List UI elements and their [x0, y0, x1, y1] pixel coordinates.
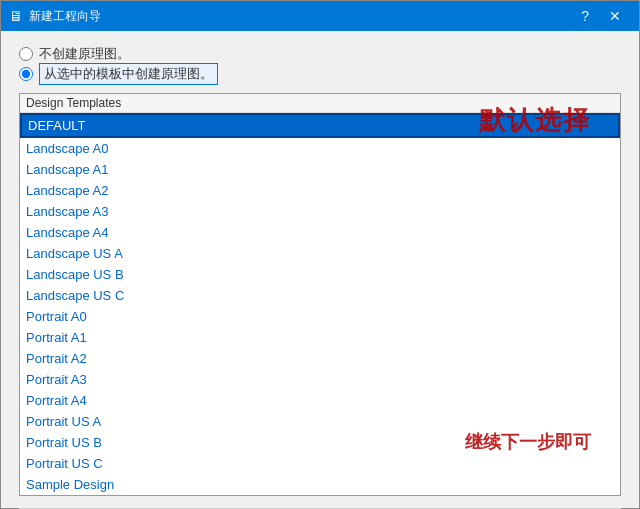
list-item-portrait-a3[interactable]: Portrait A3 — [20, 369, 620, 390]
radio-from-template[interactable]: 从选中的模板中创建原理图。 — [19, 63, 621, 85]
close-button[interactable]: ✕ — [599, 8, 631, 24]
list-item-portrait-us-b[interactable]: Portrait US B — [20, 432, 620, 453]
list-item-landscape-us-b[interactable]: Landscape US B — [20, 264, 620, 285]
list-item-landscape-us-c[interactable]: Landscape US C — [20, 285, 620, 306]
list-group-label: Design Templates — [20, 94, 620, 113]
list-item-landscape-a4[interactable]: Landscape A4 — [20, 222, 620, 243]
radio-group: 不创建原理图。 从选中的模板中创建原理图。 — [19, 45, 621, 85]
radio-no-schematic[interactable]: 不创建原理图。 — [19, 45, 621, 63]
list-item-landscape-a2[interactable]: Landscape A2 — [20, 180, 620, 201]
window-title: 新建工程向导 — [29, 8, 101, 25]
list-item-portrait-a4[interactable]: Portrait A4 — [20, 390, 620, 411]
radio-from-template-label: 从选中的模板中创建原理图。 — [39, 63, 218, 85]
list-item-portrait-a2[interactable]: Portrait A2 — [20, 348, 620, 369]
list-item-DEFAULT[interactable]: DEFAULT — [20, 113, 620, 138]
list-item-landscape-us-a[interactable]: Landscape US A — [20, 243, 620, 264]
main-window: 🖥 新建工程向导 ? ✕ 不创建原理图。 从选中的模板中创建原理图。 — [0, 0, 640, 509]
radio-from-template-input[interactable] — [19, 67, 33, 81]
list-item-sample-design[interactable]: Sample Design — [20, 474, 620, 495]
radio-no-schematic-label: 不创建原理图。 — [39, 45, 130, 63]
template-list[interactable]: Design Templates DEFAULT Landscape A0 La… — [19, 93, 621, 496]
list-item-portrait-a1[interactable]: Portrait A1 — [20, 327, 620, 348]
dialog-content: 不创建原理图。 从选中的模板中创建原理图。 Design Templates D… — [1, 31, 639, 509]
list-item-portrait-us-c[interactable]: Portrait US C — [20, 453, 620, 474]
window-wrapper: 🖥 新建工程向导 ? ✕ 不创建原理图。 从选中的模板中创建原理图。 — [0, 0, 640, 509]
title-bar: 🖥 新建工程向导 ? ✕ — [1, 1, 639, 31]
list-item-landscape-a0[interactable]: Landscape A0 — [20, 138, 620, 159]
list-item-landscape-a3[interactable]: Landscape A3 — [20, 201, 620, 222]
list-item-portrait-us-a[interactable]: Portrait US A — [20, 411, 620, 432]
radio-no-schematic-input[interactable] — [19, 47, 33, 61]
list-item-portrait-a0[interactable]: Portrait A0 — [20, 306, 620, 327]
list-item-landscape-a1[interactable]: Landscape A1 — [20, 159, 620, 180]
help-button[interactable]: ? — [571, 8, 599, 24]
title-icon: 🖥 — [9, 8, 23, 24]
